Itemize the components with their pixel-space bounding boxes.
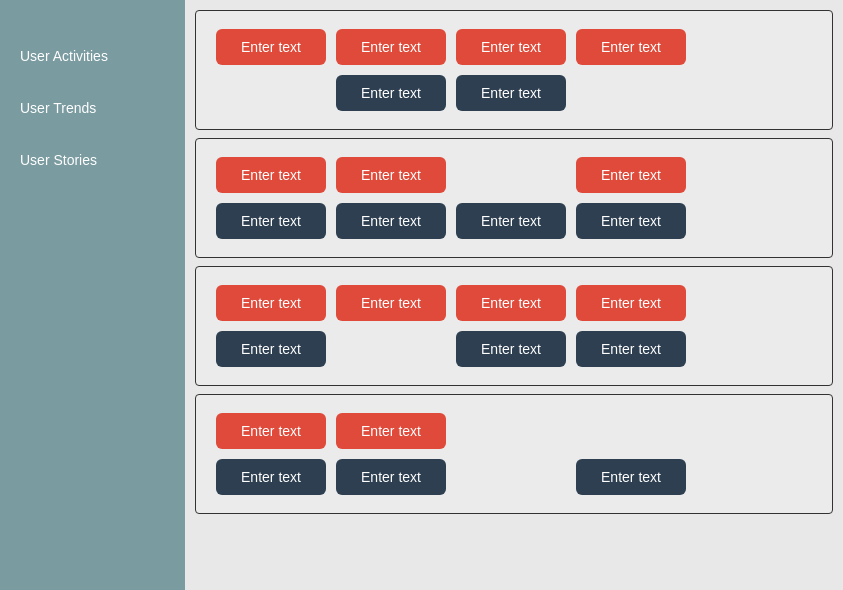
s1r1b4[interactable]: Enter text [576, 29, 686, 65]
s3r2b2-spacer [336, 339, 446, 359]
row-1-1: Enter textEnter textEnter textEnter text [216, 29, 812, 65]
s1r2b1[interactable]: Enter text [336, 75, 446, 111]
s2r2b4[interactable]: Enter text [576, 203, 686, 239]
sidebar: User ActivitiesUser TrendsUser Stories [0, 0, 185, 590]
sidebar-item-user-trends[interactable]: User Trends [0, 82, 185, 134]
section-3: Enter textEnter textEnter textEnter text… [195, 266, 833, 386]
row-4-2: Enter textEnter textEnter text [216, 459, 812, 495]
row-2-1: Enter textEnter textEnter text [216, 157, 812, 193]
s3r1b3[interactable]: Enter text [456, 285, 566, 321]
s2r1b3-spacer [456, 165, 566, 185]
s2r2b3[interactable]: Enter text [456, 203, 566, 239]
s4r1b1[interactable]: Enter text [216, 413, 326, 449]
s3r2b4[interactable]: Enter text [576, 331, 686, 367]
sidebar-item-user-activities[interactable]: User Activities [0, 30, 185, 82]
s1r2-spacer-front [216, 83, 326, 103]
s4r1b4-spacer [576, 421, 686, 441]
s2r1b4[interactable]: Enter text [576, 157, 686, 193]
s2r2b1[interactable]: Enter text [216, 203, 326, 239]
s4r2b1[interactable]: Enter text [216, 459, 326, 495]
s2r2b2[interactable]: Enter text [336, 203, 446, 239]
s4r2b4[interactable]: Enter text [576, 459, 686, 495]
section-4: Enter textEnter textEnter textEnter text… [195, 394, 833, 514]
row-3-2: Enter textEnter textEnter text [216, 331, 812, 367]
sidebar-item-user-stories[interactable]: User Stories [0, 134, 185, 186]
s3r1b4[interactable]: Enter text [576, 285, 686, 321]
s1r2b2[interactable]: Enter text [456, 75, 566, 111]
row-3-1: Enter textEnter textEnter textEnter text [216, 285, 812, 321]
s3r2b3[interactable]: Enter text [456, 331, 566, 367]
s1r1b3[interactable]: Enter text [456, 29, 566, 65]
s4r2b3-spacer [456, 467, 566, 487]
section-2: Enter textEnter textEnter textEnter text… [195, 138, 833, 258]
s3r1b2[interactable]: Enter text [336, 285, 446, 321]
s1r1b1[interactable]: Enter text [216, 29, 326, 65]
row-2-2: Enter textEnter textEnter textEnter text [216, 203, 812, 239]
s3r1b1[interactable]: Enter text [216, 285, 326, 321]
row-4-1: Enter textEnter text [216, 413, 812, 449]
s4r1b3-spacer [456, 421, 566, 441]
s2r1b2[interactable]: Enter text [336, 157, 446, 193]
s1r1b2[interactable]: Enter text [336, 29, 446, 65]
s4r2b2[interactable]: Enter text [336, 459, 446, 495]
section-1: Enter textEnter textEnter textEnter text… [195, 10, 833, 130]
row-1-2: Enter textEnter text [216, 75, 812, 111]
main-content: Enter textEnter textEnter textEnter text… [185, 0, 843, 590]
s2r1b1[interactable]: Enter text [216, 157, 326, 193]
s3r2b1[interactable]: Enter text [216, 331, 326, 367]
s4r1b2[interactable]: Enter text [336, 413, 446, 449]
